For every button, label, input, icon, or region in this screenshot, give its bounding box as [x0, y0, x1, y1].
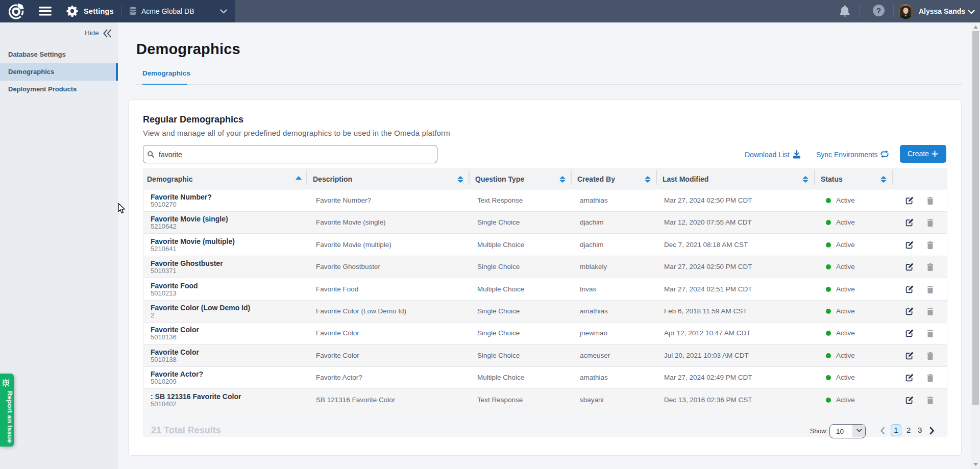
svg-text:?: ?	[876, 6, 881, 15]
